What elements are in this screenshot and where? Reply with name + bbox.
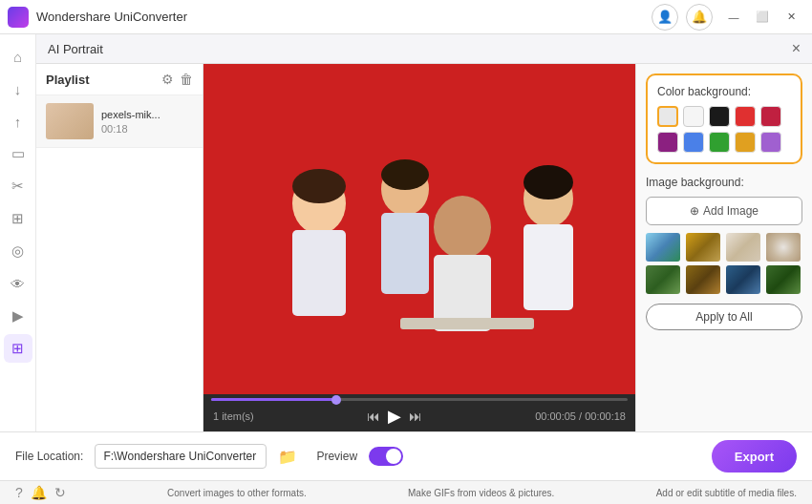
sidebar-icon-screen[interactable]: ▭ <box>4 139 32 168</box>
refresh-icon[interactable]: ↻ <box>54 485 66 500</box>
image-thumb-8[interactable] <box>766 265 801 294</box>
svg-rect-2 <box>292 230 346 316</box>
playlist-item[interactable]: pexels-mik... 00:18 <box>36 95 203 148</box>
file-location-label: File Location: <box>15 450 83 463</box>
sidebar-icon-upload[interactable]: ↑ <box>4 107 32 136</box>
feature-item-1: Convert images to other formats. <box>167 488 307 498</box>
svg-point-10 <box>292 169 346 203</box>
next-button[interactable]: ⏭ <box>409 409 422 424</box>
color-swatch-light-gray[interactable] <box>657 106 678 127</box>
bottom-status-icons: ? 🔔 ↻ <box>15 485 66 500</box>
color-swatches <box>657 106 791 153</box>
playlist-item-info: pexels-mik... 00:18 <box>101 109 193 135</box>
window-controls: — ⬜ ✕ <box>720 9 804 26</box>
people-illustration <box>219 127 620 394</box>
sidebar-icon-apps[interactable]: ⊞ <box>4 334 32 363</box>
right-panel: Color background: <box>635 64 812 431</box>
svg-point-12 <box>524 165 573 200</box>
account-icon[interactable]: 👤 <box>652 4 678 31</box>
prev-button[interactable]: ⏮ <box>367 409 380 424</box>
video-item-count: 1 item(s) <box>213 410 254 422</box>
toggle-knob <box>386 449 401 464</box>
close-button[interactable]: ✕ <box>778 9 804 26</box>
image-background-section: Image background: ⊕ Add Image <box>646 176 802 330</box>
playlist-header: Playlist ⚙ 🗑 <box>36 64 203 95</box>
color-swatch-orange[interactable] <box>735 132 756 153</box>
video-section: 1 item(s) ⏮ ▶ ⏭ 00:00:05 / 00:00:18 <box>203 64 635 431</box>
playlist-delete-icon[interactable]: 🗑 <box>180 72 193 87</box>
playlist-settings-icon[interactable]: ⚙ <box>161 72 174 87</box>
playlist-thumbnail <box>46 103 94 139</box>
sidebar-icon-eye[interactable]: 👁 <box>4 269 32 298</box>
bell-icon[interactable]: 🔔 <box>31 485 47 500</box>
playlist-header-icons: ⚙ 🗑 <box>161 72 193 87</box>
image-thumb-5[interactable] <box>646 265 680 294</box>
feature-item-3: Add or edit subtitle of media files. <box>656 488 797 498</box>
feature-bar: ? 🔔 ↻ Convert images to other formats. M… <box>0 480 812 504</box>
sidebar-icon-home[interactable]: ⌂ <box>4 42 32 71</box>
sidebar-icon-download[interactable]: ↓ <box>4 74 32 103</box>
svg-rect-8 <box>524 224 573 310</box>
panel-close-button[interactable]: × <box>792 40 801 57</box>
preview-toggle[interactable] <box>369 447 403 466</box>
middle-section: Playlist ⚙ 🗑 pexels-mik... 00:18 <box>36 64 812 431</box>
color-swatch-purple[interactable] <box>657 132 678 153</box>
main-layout: ⌂ ↓ ↑ ▭ ✂ ⊞ ◎ 👁 ▶ ⊞ AI Portrait × Playli… <box>0 34 812 431</box>
svg-rect-9 <box>400 318 534 329</box>
sidebar-icon-scissors[interactable]: ✂ <box>4 172 32 200</box>
video-time-display: 00:00:05 / 00:00:18 <box>535 410 626 422</box>
panel-header: AI Portrait × <box>36 34 812 64</box>
image-thumb-2[interactable] <box>686 233 720 262</box>
video-canvas <box>203 64 635 394</box>
export-button[interactable]: Export <box>712 440 797 472</box>
left-sidebar: ⌂ ↓ ↑ ▭ ✂ ⊞ ◎ 👁 ▶ ⊞ <box>0 34 36 431</box>
video-play-controls: ⏮ ▶ ⏭ <box>367 406 422 427</box>
feature-item-2: Make GIFs from videos & pictures. <box>408 488 554 498</box>
playlist-section: Playlist ⚙ 🗑 pexels-mik... 00:18 <box>36 64 203 431</box>
sidebar-icon-video[interactable]: ▶ <box>4 302 32 330</box>
playlist-item-duration: 00:18 <box>101 123 193 135</box>
svg-rect-4 <box>381 213 429 294</box>
apply-to-all-button[interactable]: Apply to All <box>646 304 802 330</box>
play-button[interactable]: ▶ <box>388 406 401 427</box>
image-thumbnails <box>646 233 802 294</box>
titlebar-icons: 👤 🔔 <box>652 4 713 31</box>
help-icon[interactable]: ? <box>15 485 23 500</box>
video-progress-fill <box>211 398 336 401</box>
image-thumb-3[interactable] <box>726 233 760 262</box>
minimize-button[interactable]: — <box>720 9 747 26</box>
color-swatch-dark-red[interactable] <box>760 106 781 127</box>
notification-icon[interactable]: 🔔 <box>686 4 713 31</box>
image-thumb-6[interactable] <box>686 265 720 294</box>
video-progress-track[interactable] <box>211 398 628 401</box>
panel-title: AI Portrait <box>48 42 103 56</box>
maximize-button[interactable]: ⬜ <box>749 9 776 26</box>
playlist-item-name: pexels-mik... <box>101 109 193 120</box>
color-background-section: Color background: <box>646 74 802 164</box>
titlebar: Wondershare UniConverter 👤 🔔 — ⬜ ✕ <box>0 0 812 34</box>
sidebar-icon-target[interactable]: ◎ <box>4 237 32 265</box>
color-swatch-violet[interactable] <box>760 132 781 153</box>
playlist-title: Playlist <box>46 73 90 87</box>
plus-icon: ⊕ <box>690 204 699 218</box>
preview-label: Preview <box>316 450 357 463</box>
video-progress-container <box>203 394 635 401</box>
color-swatch-black[interactable] <box>709 106 730 127</box>
color-swatch-red[interactable] <box>735 106 756 127</box>
ai-portrait-panel: AI Portrait × Playlist ⚙ 🗑 <box>36 34 812 431</box>
file-path-input[interactable] <box>95 444 267 469</box>
image-bg-label: Image background: <box>646 176 802 189</box>
app-title: Wondershare UniConverter <box>36 10 652 24</box>
svg-point-11 <box>381 159 429 190</box>
sidebar-icon-grid[interactable]: ⊞ <box>4 204 32 233</box>
color-swatch-white[interactable] <box>683 106 704 127</box>
image-thumb-4[interactable] <box>766 233 801 262</box>
svg-point-5 <box>434 196 491 259</box>
add-image-button[interactable]: ⊕ Add Image <box>646 197 802 225</box>
color-swatch-green[interactable] <box>709 132 730 153</box>
video-progress-thumb <box>331 395 341 405</box>
color-swatch-blue[interactable] <box>683 132 704 153</box>
folder-icon[interactable]: 📁 <box>278 448 297 466</box>
image-thumb-1[interactable] <box>646 233 680 262</box>
image-thumb-7[interactable] <box>726 265 760 294</box>
